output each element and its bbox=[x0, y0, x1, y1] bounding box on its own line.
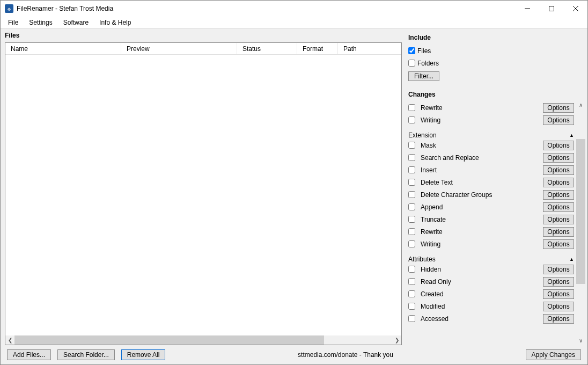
attributes-hidden-checkbox[interactable] bbox=[408, 266, 415, 273]
extension-insert-checkbox[interactable] bbox=[408, 166, 415, 173]
extension-delete-char-groups-options-button[interactable]: Options bbox=[543, 190, 574, 200]
include-files-label: Files bbox=[417, 47, 574, 55]
column-status[interactable]: Status bbox=[237, 43, 297, 54]
scroll-right-icon[interactable]: ❯ bbox=[392, 335, 401, 345]
extension-delete-char-groups-checkbox[interactable] bbox=[408, 191, 415, 198]
svg-rect-1 bbox=[549, 6, 554, 11]
changes-writing-options-button[interactable]: Options bbox=[543, 115, 574, 125]
close-button[interactable] bbox=[563, 1, 587, 17]
extension-search-replace-options-button[interactable]: Options bbox=[543, 153, 574, 163]
vertical-scroll-thumb[interactable] bbox=[576, 139, 585, 284]
attributes-modified-options-button[interactable]: Options bbox=[543, 302, 574, 311]
extension-collapse-icon[interactable]: ▲ bbox=[569, 133, 574, 138]
attributes-readonly-checkbox[interactable] bbox=[408, 278, 415, 285]
extension-mask-options-button[interactable]: Options bbox=[543, 141, 574, 150]
extension-heading: Extension bbox=[408, 132, 569, 139]
maximize-button[interactable] bbox=[539, 1, 563, 17]
extension-writing-checkbox[interactable] bbox=[408, 240, 415, 247]
window-controls bbox=[515, 1, 587, 17]
include-folders-label: Folders bbox=[417, 60, 574, 67]
column-preview[interactable]: Preview bbox=[121, 43, 237, 54]
extension-delete-text-options-button[interactable]: Options bbox=[543, 178, 574, 187]
extension-delete-text-checkbox[interactable] bbox=[408, 179, 415, 186]
add-files-button[interactable]: Add Files... bbox=[7, 349, 51, 360]
changes-rewrite-checkbox[interactable] bbox=[408, 104, 415, 111]
include-files-checkbox[interactable] bbox=[408, 47, 415, 54]
scroll-left-icon[interactable]: ❮ bbox=[5, 335, 14, 345]
menu-file[interactable]: File bbox=[3, 18, 24, 27]
scroll-down-icon[interactable]: ∨ bbox=[576, 336, 585, 345]
content: Files Name Preview Status Format Path ❮ … bbox=[1, 28, 587, 345]
attributes-readonly-options-button[interactable]: Options bbox=[543, 277, 574, 287]
scroll-thumb[interactable] bbox=[14, 335, 324, 345]
extension-mask-label: Mask bbox=[421, 142, 540, 149]
apply-changes-button[interactable]: Apply Changes bbox=[526, 349, 581, 360]
extension-rewrite-label: Rewrite bbox=[421, 228, 540, 236]
vertical-scrollbar[interactable]: ∧ ∨ bbox=[576, 32, 585, 345]
attributes-hidden-options-button[interactable]: Options bbox=[543, 265, 574, 274]
extension-append-options-button[interactable]: Options bbox=[543, 202, 574, 212]
changes-writing-checkbox[interactable] bbox=[408, 116, 415, 123]
app-icon: ⟐ bbox=[5, 4, 13, 13]
filter-button[interactable]: Filter... bbox=[408, 71, 439, 81]
attributes-heading: Attributes bbox=[408, 256, 569, 263]
extension-search-replace-checkbox[interactable] bbox=[408, 154, 415, 161]
menu-info-help[interactable]: Info & Help bbox=[94, 18, 136, 27]
extension-rewrite-checkbox[interactable] bbox=[408, 228, 415, 235]
extension-writing-options-button[interactable]: Options bbox=[543, 239, 574, 249]
changes-rewrite-label: Rewrite bbox=[421, 104, 540, 112]
attributes-accessed-label: Accessed bbox=[421, 315, 540, 323]
changes-writing-label: Writing bbox=[421, 116, 540, 124]
table-header: Name Preview Status Format Path bbox=[5, 43, 401, 55]
search-folder-button[interactable]: Search Folder... bbox=[57, 349, 115, 360]
scroll-track[interactable] bbox=[14, 335, 392, 345]
column-path[interactable]: Path bbox=[338, 43, 401, 54]
include-folders-checkbox[interactable] bbox=[408, 60, 415, 67]
remove-all-button[interactable]: Remove All bbox=[121, 349, 166, 360]
extension-append-label: Append bbox=[421, 203, 540, 211]
footer: Add Files... Search Folder... Remove All… bbox=[1, 345, 587, 364]
attributes-modified-label: Modified bbox=[421, 303, 540, 310]
attributes-hidden-label: Hidden bbox=[421, 266, 540, 273]
extension-delete-char-groups-label: Delete Character Groups bbox=[421, 191, 540, 199]
minimize-button[interactable] bbox=[515, 1, 539, 17]
extension-truncate-checkbox[interactable] bbox=[408, 216, 415, 223]
attributes-accessed-options-button[interactable]: Options bbox=[543, 314, 574, 324]
menubar: File Settings Software Info & Help bbox=[1, 17, 587, 28]
window-title: FileRenamer - Stefan Trost Media bbox=[17, 5, 515, 12]
attributes-accessed-checkbox[interactable] bbox=[408, 315, 415, 322]
scroll-up-icon[interactable]: ∧ bbox=[576, 100, 585, 110]
files-heading: Files bbox=[5, 32, 402, 39]
extension-append-checkbox[interactable] bbox=[408, 203, 415, 210]
table-body[interactable] bbox=[5, 55, 401, 335]
extension-delete-text-label: Delete Text bbox=[421, 179, 540, 186]
column-name[interactable]: Name bbox=[5, 43, 121, 54]
menu-settings[interactable]: Settings bbox=[24, 18, 57, 27]
extension-truncate-label: Truncate bbox=[421, 216, 540, 223]
files-table: Name Preview Status Format Path ❮ ❯ bbox=[5, 42, 402, 345]
attributes-collapse-icon[interactable]: ▲ bbox=[569, 257, 574, 262]
extension-insert-options-button[interactable]: Options bbox=[543, 165, 574, 175]
extension-search-replace-label: Search and Replace bbox=[421, 154, 540, 162]
include-heading: Include bbox=[408, 34, 574, 41]
extension-rewrite-options-button[interactable]: Options bbox=[543, 227, 574, 237]
menu-software[interactable]: Software bbox=[58, 18, 94, 27]
changes-rewrite-options-button[interactable]: Options bbox=[543, 103, 574, 113]
horizontal-scrollbar[interactable]: ❮ ❯ bbox=[5, 335, 401, 345]
column-format[interactable]: Format bbox=[297, 43, 338, 54]
footer-status-text: sttmedia.com/donate - Thank you bbox=[172, 351, 519, 359]
attributes-created-label: Created bbox=[421, 290, 540, 298]
attributes-created-checkbox[interactable] bbox=[408, 290, 415, 297]
files-panel: Files Name Preview Status Format Path ❮ … bbox=[5, 32, 402, 345]
extension-writing-label: Writing bbox=[421, 240, 540, 248]
extension-mask-checkbox[interactable] bbox=[408, 142, 415, 149]
attributes-readonly-label: Read Only bbox=[421, 278, 540, 286]
attributes-modified-checkbox[interactable] bbox=[408, 303, 415, 310]
extension-truncate-options-button[interactable]: Options bbox=[543, 215, 574, 224]
changes-heading: Changes bbox=[408, 91, 574, 98]
options-panel: Include Files Folders Filter... Changes … bbox=[408, 32, 585, 345]
attributes-created-options-button[interactable]: Options bbox=[543, 289, 574, 299]
titlebar: ⟐ FileRenamer - Stefan Trost Media bbox=[1, 1, 587, 17]
extension-insert-label: Insert bbox=[421, 166, 540, 174]
